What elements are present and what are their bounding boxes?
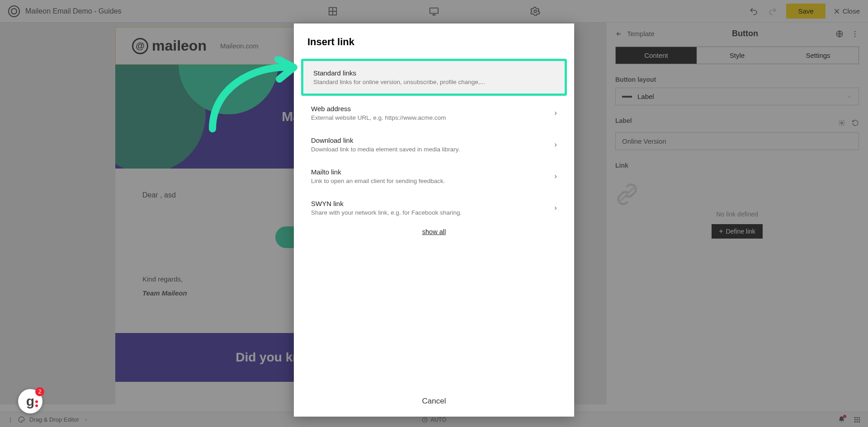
chevron-right-icon: › xyxy=(554,140,557,149)
insert-link-modal: Insert link Standard links Standard link… xyxy=(294,23,574,417)
chevron-right-icon: › xyxy=(554,108,557,117)
link-option-mailto[interactable]: Mailto link Link to open an email client… xyxy=(301,162,567,191)
link-option-web-address[interactable]: Web address External website URL, e.g. h… xyxy=(301,99,567,127)
chevron-right-icon: › xyxy=(554,203,557,212)
link-option-download[interactable]: Download link Download link to media ele… xyxy=(301,130,567,159)
help-widget[interactable]: g 2 xyxy=(18,389,42,413)
link-option-swyn[interactable]: SWYN link Share with your network link, … xyxy=(301,193,567,222)
chevron-right-icon: › xyxy=(554,172,557,181)
link-option-standard[interactable]: Standard links Standard links for online… xyxy=(301,59,567,96)
show-all-link[interactable]: show all xyxy=(422,228,446,235)
help-badge-count: 2 xyxy=(35,387,44,396)
modal-scrim[interactable]: Insert link Standard links Standard link… xyxy=(0,0,868,427)
modal-cancel-button[interactable]: Cancel xyxy=(294,386,574,417)
modal-title: Insert link xyxy=(294,23,574,56)
